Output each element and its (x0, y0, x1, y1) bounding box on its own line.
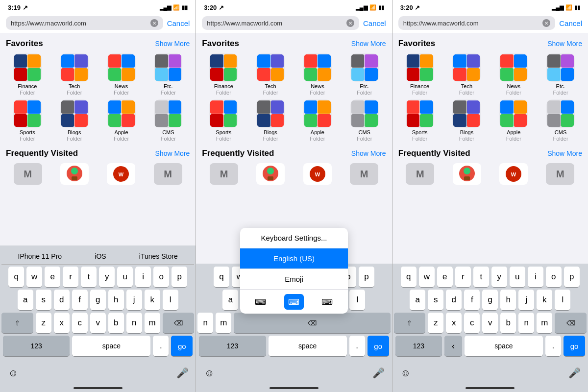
url-clear-2[interactable]: ✕ (346, 19, 354, 27)
key-k-3[interactable]: k (537, 290, 552, 310)
key-m-3[interactable]: m (537, 313, 552, 333)
folder-etc-3[interactable]: Etc. Folder (539, 53, 582, 96)
key-h-3[interactable]: h (500, 290, 516, 310)
key-n-2[interactable]: n (197, 313, 213, 333)
show-more-favorites-1[interactable]: Show More (155, 40, 190, 48)
key-n-3[interactable]: n (518, 313, 534, 333)
key-e-3[interactable]: e (437, 267, 453, 287)
key-delete-2[interactable]: ⌫ (234, 313, 390, 333)
key-p-1[interactable]: p (172, 267, 187, 287)
folder-tech-1[interactable]: Tech Folder (53, 53, 96, 96)
folder-apple-1[interactable]: Apple Folder (100, 99, 143, 142)
popup-english-us[interactable]: English (US) (240, 248, 348, 269)
folder-blogs-3[interactable]: Blogs Folder (445, 99, 488, 142)
key-k-1[interactable]: k (145, 290, 160, 310)
suggestion-3[interactable]: iTunes Store (135, 251, 182, 261)
key-b-1[interactable]: b (108, 313, 124, 333)
url-field-1[interactable]: https://www.macworld.com ✕ (6, 16, 163, 30)
key-j-3[interactable]: j (518, 290, 534, 310)
folder-tech-3[interactable]: Tech Folder (445, 53, 488, 96)
key-q-2[interactable]: q (214, 267, 229, 287)
key-q-1[interactable]: q (8, 267, 24, 287)
folder-sports-3[interactable]: Sports Folder (398, 99, 441, 142)
key-v-3[interactable]: v (482, 313, 498, 333)
key-num-2[interactable]: 123 (199, 336, 266, 356)
freq-item-1[interactable]: M (6, 163, 49, 185)
mic-key-3[interactable]: 🎤 (567, 363, 583, 383)
key-d-3[interactable]: d (446, 290, 462, 310)
key-shift-1[interactable]: ⇧ (1, 313, 33, 333)
key-space-2[interactable]: space (269, 336, 347, 356)
emoji-key-3[interactable]: ☺ (398, 363, 414, 383)
key-delete-3[interactable]: ⌫ (555, 313, 587, 333)
key-f-1[interactable]: f (72, 290, 88, 310)
key-a-3[interactable]: a (410, 290, 425, 310)
emoji-key-2[interactable]: ☺ (201, 363, 217, 383)
key-u-3[interactable]: u (510, 267, 525, 287)
folder-cms-1[interactable]: CMS Folder (147, 99, 190, 142)
key-q-3[interactable]: q (401, 267, 416, 287)
key-y-3[interactable]: y (491, 267, 507, 287)
folder-finance-2[interactable]: Finance Folder (202, 53, 245, 96)
key-z-3[interactable]: z (428, 313, 443, 333)
key-space-1[interactable]: space (72, 336, 150, 356)
popup-kbd-left[interactable]: ⌨ (251, 294, 270, 310)
url-clear-1[interactable]: ✕ (150, 19, 158, 27)
key-y-1[interactable]: y (99, 267, 115, 287)
key-b-3[interactable]: b (500, 313, 516, 333)
key-t-3[interactable]: t (473, 267, 489, 287)
url-field-2[interactable]: https://www.macworld.com ✕ (202, 16, 359, 30)
key-l-1[interactable]: l (163, 290, 178, 310)
url-clear-3[interactable]: ✕ (542, 19, 550, 27)
key-r-3[interactable]: r (455, 267, 471, 287)
key-num-3[interactable]: 123 (395, 336, 442, 356)
freq-item-2-3[interactable]: W (295, 163, 339, 185)
key-dot-2[interactable]: . (349, 336, 365, 356)
folder-news-2[interactable]: News Folder (296, 53, 339, 96)
key-chevron-3[interactable]: ‹ (444, 336, 462, 356)
mic-key-2[interactable]: 🎤 (371, 363, 387, 383)
key-d-1[interactable]: d (54, 290, 70, 310)
popup-kbd-right[interactable]: ⌨ (318, 294, 337, 310)
suggestion-1[interactable]: IPhone 11 Pro (14, 251, 66, 261)
cancel-button-3[interactable]: Cancel (559, 19, 582, 27)
popup-emoji[interactable]: Emoji (240, 269, 348, 290)
key-s-3[interactable]: s (428, 290, 443, 310)
folder-sports-1[interactable]: Sports Folder (6, 99, 49, 142)
key-dot-3[interactable]: . (545, 336, 561, 356)
folder-cms-3[interactable]: CMS Folder (539, 99, 582, 142)
freq-item-3-2[interactable] (445, 163, 489, 185)
key-j-1[interactable]: j (126, 290, 142, 310)
folder-finance-3[interactable]: Finance Folder (398, 53, 441, 96)
key-dot-1[interactable]: . (153, 336, 169, 356)
key-n-1[interactable]: n (126, 313, 142, 333)
key-i-3[interactable]: i (528, 267, 543, 287)
freq-item-3-4[interactable]: M (539, 163, 582, 185)
cancel-button-1[interactable]: Cancel (167, 19, 190, 27)
freq-item-2-4[interactable]: M (342, 163, 386, 185)
key-h-1[interactable]: h (108, 290, 124, 310)
key-w-3[interactable]: w (419, 267, 435, 287)
key-p-3[interactable]: p (564, 267, 580, 287)
mic-key-1[interactable]: 🎤 (174, 363, 190, 383)
freq-item-3[interactable]: W (99, 163, 143, 185)
key-a-2[interactable]: a (222, 290, 238, 310)
key-x-1[interactable]: x (54, 313, 70, 333)
folder-apple-3[interactable]: Apple Folder (492, 99, 535, 142)
key-f-3[interactable]: f (464, 290, 480, 310)
key-num-1[interactable]: 123 (3, 336, 70, 356)
show-more-freq-1[interactable]: Show More (155, 149, 190, 157)
key-go-1[interactable]: go (171, 336, 193, 356)
freq-item-3-1[interactable]: M (398, 163, 442, 185)
key-x-3[interactable]: x (446, 313, 462, 333)
emoji-key-1[interactable]: ☺ (5, 363, 21, 383)
folder-sports-2[interactable]: Sports Folder (202, 99, 245, 142)
key-g-1[interactable]: g (90, 290, 106, 310)
suggestion-2[interactable]: iOS (91, 251, 110, 261)
show-more-freq-3[interactable]: Show More (547, 149, 582, 157)
url-field-3[interactable]: https://www.macworld.com ✕ (398, 16, 556, 30)
folder-apple-2[interactable]: Apple Folder (296, 99, 339, 142)
freq-item-2-1[interactable]: M (202, 163, 245, 185)
key-go-3[interactable]: go (564, 336, 585, 356)
key-z-1[interactable]: z (36, 313, 51, 333)
